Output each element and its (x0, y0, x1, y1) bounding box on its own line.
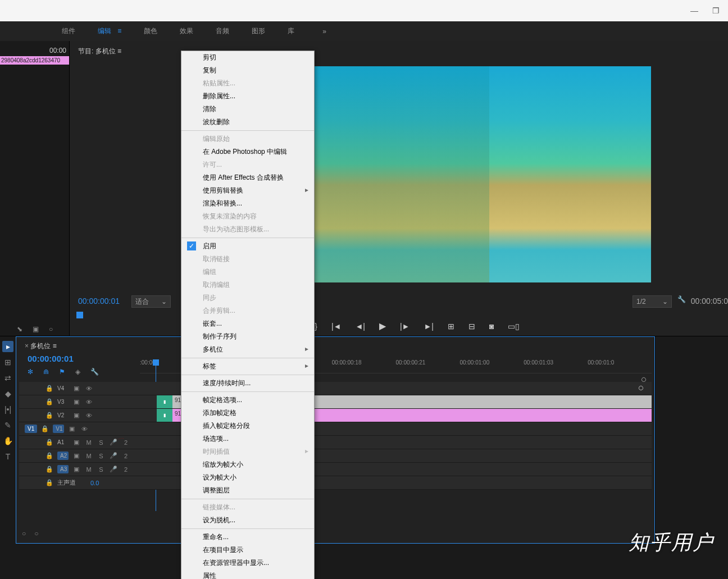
tab-color[interactable]: 颜色 (144, 26, 157, 36)
timeline-timecode[interactable]: 00:00:00:01 (28, 354, 74, 363)
menu-item[interactable]: 速度/持续时间... (181, 377, 314, 390)
source-insert-icon[interactable]: ⬊ (17, 325, 22, 333)
menu-item[interactable]: 多机位 (181, 343, 314, 356)
tab-library[interactable]: 库 (288, 26, 294, 36)
menu-item[interactable]: 在项目中显示 (181, 544, 314, 557)
extract-button[interactable]: ⊟ (468, 322, 475, 331)
solo-button[interactable]: S (97, 466, 106, 473)
tab-overflow-button[interactable]: » (322, 28, 326, 35)
toggle-output-icon[interactable]: ▣ (72, 412, 81, 419)
menu-item[interactable]: 复制 (181, 64, 314, 77)
lock-icon[interactable]: 🔒 (40, 425, 49, 432)
compare-view-button[interactable]: ▭▯ (508, 322, 520, 331)
track-v3[interactable]: 🔒V3▣👁 ▮914ca2f (19, 395, 652, 409)
toggle-output-icon[interactable]: ▣ (72, 398, 81, 405)
menu-item[interactable]: 设为帧大小 (181, 471, 314, 484)
timeline-tab[interactable]: 多机位 ≡ (25, 341, 57, 351)
menu-item[interactable]: 标签 (181, 360, 314, 373)
goto-out-button[interactable]: ►| (424, 322, 434, 331)
mute-button[interactable]: M (84, 439, 93, 446)
track-master[interactable]: 🔒主声道0.0 (19, 476, 652, 490)
tab-audio[interactable]: 音频 (216, 26, 229, 36)
eye-icon[interactable]: 👁 (80, 426, 89, 432)
menu-item[interactable]: 使用剪辑替换 (181, 184, 314, 197)
menu-item[interactable]: 调整图层 (181, 484, 314, 497)
mic-icon[interactable]: 🎤 (109, 452, 118, 459)
program-zoom-select[interactable]: 适合⌄ (131, 295, 171, 308)
menu-item[interactable]: 重命名... (181, 531, 314, 544)
tab-editing[interactable]: 编辑 (98, 26, 121, 36)
lock-icon[interactable]: 🔒 (45, 385, 54, 392)
source-patch[interactable]: V1 (25, 425, 37, 433)
source-circle-icon[interactable]: ○ (49, 325, 53, 333)
track-a3[interactable]: 🔒A3▣MS🎤2 (19, 463, 652, 476)
track-v2[interactable]: 🔒V2▣👁 ▮914ca2f (19, 409, 652, 422)
track-a1[interactable]: 🔒A1▣MS🎤2 (19, 436, 652, 449)
mark-out-button[interactable]: } (315, 322, 317, 331)
menu-item[interactable]: 波纹删除 (181, 116, 314, 129)
wrench-icon[interactable]: 🔧 (677, 295, 686, 303)
minimize-button[interactable]: — (690, 6, 698, 15)
mic-icon[interactable]: 🎤 (109, 466, 118, 473)
menu-item[interactable]: 在资源管理器中显示... (181, 557, 314, 569)
track-v1[interactable]: V1🔒V1▣👁 (19, 422, 652, 436)
toggle-output-icon[interactable]: ▣ (67, 425, 76, 432)
wrench-icon[interactable]: 🔧 (90, 368, 99, 376)
settings-icon[interactable]: ◈ (75, 368, 80, 376)
slip-tool[interactable]: |•| (2, 404, 13, 415)
menu-item[interactable]: 设为脱机... (181, 514, 314, 527)
menu-item[interactable]: 帧定格选项... (181, 394, 314, 407)
play-button[interactable]: ▶ (379, 321, 386, 331)
track-target[interactable]: A3 (57, 465, 69, 473)
program-timecode[interactable]: 00:00:00:01 (78, 297, 120, 306)
menu-item[interactable]: 剪切 (181, 51, 314, 64)
menu-item[interactable]: 使用 After Effects 合成替换 (181, 171, 314, 184)
restore-button[interactable]: ❐ (712, 6, 720, 15)
export-frame-button[interactable]: ◙ (489, 322, 494, 331)
eye-icon[interactable]: 👁 (84, 385, 93, 392)
mic-icon[interactable]: 🎤 (109, 439, 118, 446)
zoom-out-button[interactable]: ○ (22, 530, 26, 537)
magnet-icon[interactable]: ⋒ (43, 368, 49, 376)
lock-icon[interactable]: 🔒 (45, 412, 54, 419)
menu-item[interactable]: 制作子序列 (181, 330, 314, 343)
source-clip[interactable]: 2980408a2cdd1263470 (0, 56, 69, 65)
menu-item[interactable]: 启用 (181, 240, 314, 253)
toggle-output-icon[interactable]: ▣ (72, 385, 81, 392)
menu-item[interactable]: 在 Adobe Photoshop 中编辑 (181, 145, 314, 158)
lock-icon[interactable]: 🔒 (45, 466, 54, 473)
lock-icon[interactable]: 🔒 (45, 398, 54, 405)
selection-tool[interactable]: ▸ (2, 341, 13, 352)
snap-icon[interactable]: ✻ (28, 368, 33, 376)
menu-item[interactable]: 添加帧定格 (181, 407, 314, 420)
toggle-output-icon[interactable]: ▣ (72, 439, 81, 446)
menu-item[interactable]: 缩放为帧大小 (181, 458, 314, 471)
toggle-output-icon[interactable]: ▣ (72, 466, 81, 473)
lift-button[interactable]: ⊞ (448, 322, 454, 331)
step-back-button[interactable]: ◄| (355, 322, 365, 331)
track-v4[interactable]: 🔒V4▣👁 (19, 382, 652, 395)
menu-item[interactable]: 嵌套... (181, 317, 314, 330)
menu-item[interactable]: 属性 (181, 569, 314, 579)
step-forward-button[interactable]: |► (400, 322, 410, 331)
program-resolution-select[interactable]: 1/2⌄ (633, 295, 672, 308)
mute-button[interactable]: M (84, 453, 93, 459)
playhead-icon[interactable] (76, 312, 83, 318)
goto-in-button[interactable]: |◄ (331, 322, 342, 331)
toggle-output-icon[interactable]: ▣ (72, 452, 81, 459)
type-tool[interactable]: T (2, 451, 13, 462)
hand-tool[interactable]: ✋ (2, 435, 13, 446)
track-target[interactable]: V1 (53, 425, 64, 433)
tab-graphics[interactable]: 图形 (252, 26, 265, 36)
menu-item[interactable]: 清除 (181, 103, 314, 116)
menu-item[interactable]: 插入帧定格分段 (181, 420, 314, 432)
tab-assembly[interactable]: 组件 (62, 26, 75, 36)
tab-effects[interactable]: 效果 (180, 26, 193, 36)
pen-tool[interactable]: ✎ (2, 420, 13, 431)
solo-button[interactable]: S (97, 453, 106, 459)
eye-icon[interactable]: 👁 (84, 399, 93, 405)
mute-button[interactable]: M (84, 466, 93, 473)
lock-icon[interactable]: 🔒 (45, 452, 54, 459)
eye-icon[interactable]: 👁 (84, 412, 93, 419)
lock-icon[interactable]: 🔒 (45, 479, 54, 486)
